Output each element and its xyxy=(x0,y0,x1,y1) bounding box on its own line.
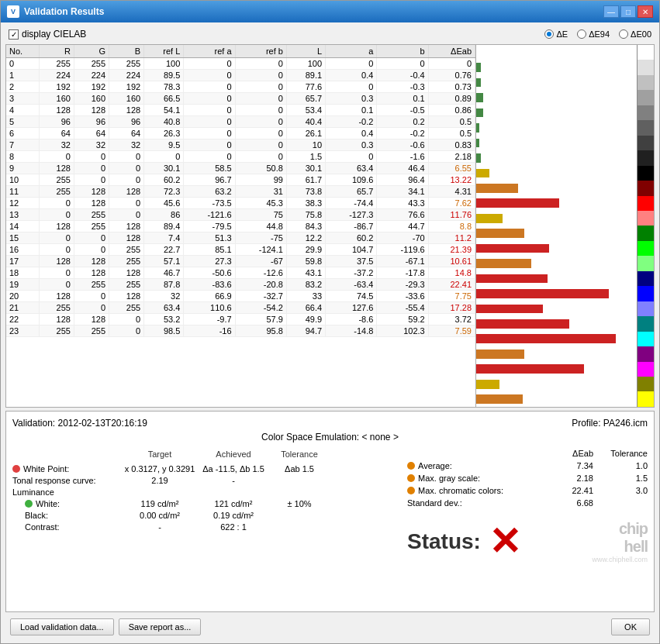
delta-e00-radio-btn[interactable] xyxy=(619,29,628,39)
white-point-dot xyxy=(12,465,20,473)
color-swatch xyxy=(637,120,654,135)
black-row: Black: 0.00 cd/m² 0.19 cd/m² xyxy=(12,511,399,520)
table-row: 102550060.296.79961.7109.696.413.22 xyxy=(6,174,475,186)
data-table[interactable]: No. R G B ref L ref a ref b L a b ΔEab xyxy=(6,45,475,407)
chart-bar-row xyxy=(476,346,654,361)
right-row-label: Max. gray scale: xyxy=(407,474,539,483)
chart-bar-row xyxy=(476,136,654,150)
delta-bar xyxy=(476,274,548,284)
delta-e94-radio[interactable]: ΔE94 xyxy=(577,29,610,39)
delta-e-radio-btn[interactable] xyxy=(544,29,554,39)
right-row-tolerance: 1.0 xyxy=(593,461,648,470)
display-cielab-checkbox[interactable] xyxy=(9,29,19,40)
right-table-row: Standard dev.:6.68 xyxy=(407,498,648,508)
table-row: 412812812854.10053.40.1-0.50.86 xyxy=(6,105,475,116)
delta-e-radio[interactable]: ΔE xyxy=(544,29,568,39)
table-row: 18012812846.7-50.6-12.643.1-37.2-17.814.… xyxy=(6,267,475,279)
delta-e00-radio[interactable]: ΔE00 xyxy=(619,29,651,39)
black-target: 0.00 cd/m² xyxy=(121,511,199,520)
table-row: 22128128053.2-9.757.949.9-8.659.23.72 xyxy=(6,314,475,325)
color-swatch xyxy=(637,181,654,195)
color-swatch xyxy=(637,332,654,346)
validation-left: Target Achieved Tolerance White Point: x… xyxy=(12,449,399,563)
main-content: display CIELAB ΔE ΔE94 ΔE00 xyxy=(1,22,659,643)
table-section: No. R G B ref L ref a ref b L a b ΔEab xyxy=(5,44,655,408)
delta-bar xyxy=(476,78,481,88)
chart-bar-row xyxy=(476,271,654,286)
table-row: 219219219278.30077.60-0.30.73 xyxy=(6,81,475,93)
col-l: L xyxy=(286,45,325,58)
right-row-value: 7.34 xyxy=(539,461,593,470)
right-row-label: Max. chromatic colors: xyxy=(407,486,539,495)
delta-bar xyxy=(476,244,549,253)
chart-bar-row xyxy=(476,211,654,226)
table-row: 80000001.50-1.62.18 xyxy=(6,151,475,163)
right-row-value: 6.68 xyxy=(539,498,593,508)
close-button[interactable]: ✕ xyxy=(638,5,653,18)
display-cielab-label[interactable]: display CIELAB xyxy=(9,29,86,40)
color-swatch xyxy=(637,286,654,301)
delta-bar xyxy=(476,123,479,133)
display-cielab-text: display CIELAB xyxy=(22,29,86,40)
white-tolerance: ± 10% xyxy=(268,499,330,508)
color-swatch xyxy=(637,75,654,90)
chart-bar-row xyxy=(476,286,654,301)
delta-e-label: ΔE xyxy=(556,29,568,39)
right-table-body: Average:7.341.0Max. gray scale:2.181.5Ma… xyxy=(407,461,648,508)
right-row-value: 2.18 xyxy=(539,474,593,483)
delta-bar xyxy=(476,214,503,223)
table-row: 73232329.500100.3-0.60.83 xyxy=(6,139,475,151)
col-ref-a: ref a xyxy=(184,45,235,58)
load-validation-button[interactable]: Load validation data... xyxy=(10,618,114,635)
color-swatch xyxy=(637,391,654,406)
right-row-label: Average: xyxy=(407,461,539,470)
window-icon: V xyxy=(7,5,19,18)
delta-bar xyxy=(476,364,584,374)
ok-button[interactable]: OK xyxy=(611,618,650,635)
chart-bar-row xyxy=(476,181,654,195)
row-status-dot xyxy=(407,487,415,494)
title-bar: V Validation Results — □ ✕ xyxy=(1,1,659,22)
right-col-label xyxy=(407,449,539,458)
contrast-label: Contrast: xyxy=(12,522,121,532)
chart-bar-row xyxy=(476,166,654,181)
minimize-button[interactable]: — xyxy=(603,5,619,18)
chip-logo-text: chiphell xyxy=(592,520,648,556)
main-window: V Validation Results — □ ✕ display CIELA… xyxy=(0,0,660,644)
color-swatch xyxy=(637,271,654,286)
color-swatch xyxy=(637,196,654,211)
table-row: 2012801283266.9-32.73374.5-33.67.75 xyxy=(6,291,475,302)
table-row: 1125512812872.363.23173.865.734.14.31 xyxy=(6,186,475,198)
bottom-bar: Load validation data... Save report as..… xyxy=(5,615,655,639)
delta-bar xyxy=(476,394,523,404)
table-body: 025525525510000100000122422422489.50089.… xyxy=(6,58,475,337)
color-swatch xyxy=(637,45,654,60)
table-row: 15001287.451.3-7512.260.2-7011.2 xyxy=(6,232,475,244)
color-swatch xyxy=(637,105,654,120)
col-b-val: b xyxy=(377,45,428,58)
chart-bar-row xyxy=(476,377,654,391)
delta-bar xyxy=(476,289,609,298)
white-point-target: x 0.3127, y 0.3291 xyxy=(121,464,199,474)
maximize-button[interactable]: □ xyxy=(620,5,636,18)
val-column-headers: Target Achieved Tolerance xyxy=(12,449,399,460)
color-swatch xyxy=(637,241,654,256)
contrast-row: Contrast: - 622 : 1 xyxy=(12,522,399,532)
validation-right: ΔEab Tolerance Average:7.341.0Max. gray … xyxy=(407,449,648,563)
delta-e94-radio-btn[interactable] xyxy=(577,29,586,39)
chart-bar-row xyxy=(476,332,654,346)
save-report-button[interactable]: Save report as... xyxy=(119,618,202,635)
right-table-row: Max. gray scale:2.181.5 xyxy=(407,474,648,483)
col-r: R xyxy=(39,45,74,58)
color-table: No. R G B ref L ref a ref b L a b ΔEab xyxy=(6,45,475,337)
right-col-deltae: ΔEab xyxy=(539,449,593,458)
col-header-label xyxy=(12,449,121,460)
table-row: 23255255098.5-1695.894.7-14.8102.37.59 xyxy=(6,325,475,337)
delta-bar xyxy=(476,305,543,314)
tonal-response-row: Tonal response curve: 2.19 - xyxy=(12,476,399,485)
table-row: 120128045.6-73.545.338.3-74.443.37.62 xyxy=(6,198,475,209)
col-header-target: Target xyxy=(121,449,199,460)
col-ref-b: ref b xyxy=(235,45,286,58)
delta-bar xyxy=(476,63,481,72)
delta-bar xyxy=(476,153,481,163)
